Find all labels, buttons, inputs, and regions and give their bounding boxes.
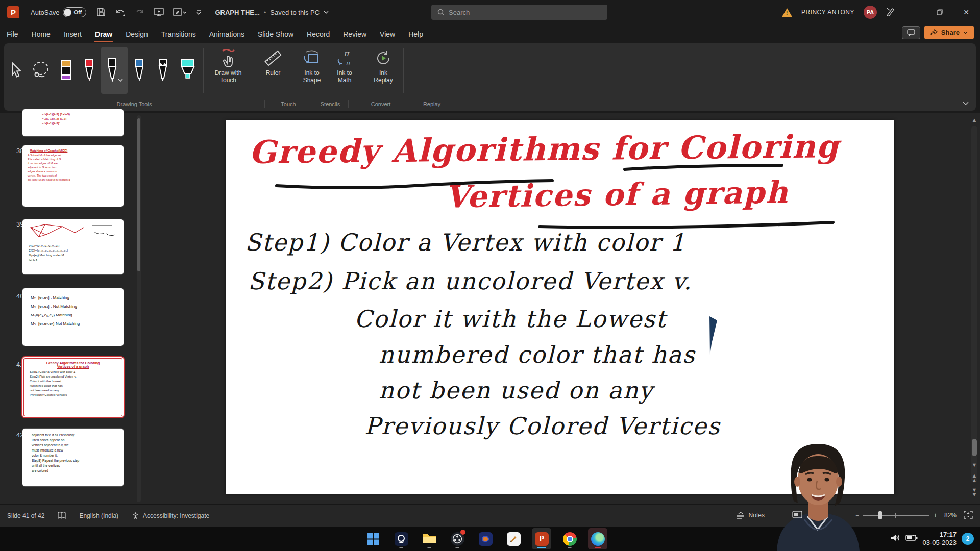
customize-quick-access-icon[interactable] [195,9,202,16]
obs-studio-icon[interactable] [448,528,467,549]
start-button[interactable] [363,528,383,549]
select-tool[interactable] [4,47,28,94]
clock[interactable]: 17:17 03-05-2023 [923,531,957,547]
tab-transitions[interactable]: Transitions [155,24,203,43]
group-label-drawing-tools: Drawing Tools [4,101,264,107]
slide-indicator[interactable]: Slide 41 of 42 [7,512,44,519]
pen-black-icon [106,58,123,83]
svg-text:π: π [346,59,351,67]
camera-app-icon[interactable] [391,528,411,549]
save-icon[interactable] [96,8,106,17]
pen-black-tool-selected[interactable] [101,47,128,94]
close-button[interactable]: ✕ [958,4,975,21]
tab-help[interactable]: Help [402,24,430,43]
search-placeholder: Search [449,9,470,16]
pen-blue-tool[interactable] [128,47,151,94]
touch-mouse-mode-icon[interactable] [173,8,186,17]
zoom-level[interactable]: 82% [944,512,957,519]
display-settings-icon[interactable] [792,511,802,520]
zoom-out-icon[interactable]: − [855,512,859,519]
notes-button[interactable]: Notes [736,512,765,519]
tab-record[interactable]: Record [300,24,336,43]
ribbon-draw: Draw with Touch Ruler Ink to Shape ππ In… [4,43,976,111]
ribbon-tabs: File Home Insert Draw Design Transitions… [0,24,980,43]
volume-icon[interactable] [890,533,900,544]
highlighter-cyan-icon [179,59,197,82]
whiteboard-app-icon[interactable] [504,528,523,549]
thumbnail-scrollbar[interactable] [137,115,141,502]
zoom-slider[interactable]: − + [855,512,937,519]
search-input[interactable]: Search [431,5,607,20]
maximize-button[interactable] [931,4,948,21]
next-slide-icon[interactable]: ▼▼ [971,488,978,497]
powerpoint-app-icon[interactable]: P [7,6,19,18]
tab-draw[interactable]: Draw [88,24,119,43]
fit-slide-to-window-icon[interactable] [964,511,973,520]
tab-insert[interactable]: Insert [57,24,88,43]
proofing-icon[interactable] [58,512,66,519]
lasso-select-tool[interactable] [28,47,54,94]
scroll-down-icon[interactable]: ▼ [971,461,978,468]
eraser-tool[interactable] [54,47,78,94]
thumbnail-slide-39[interactable]: V(G)={v₁,v₂,v₃,v₄,v₅,v₆} E(G)={e₁,e₂,e₃,… [22,219,124,274]
share-button[interactable]: Share [924,26,974,39]
tab-slide-show[interactable]: Slide Show [251,24,300,43]
comments-button[interactable] [902,26,920,39]
slide-title-line2: Vertices of a graph [445,174,789,214]
avatar[interactable]: PA [864,6,877,19]
document-title[interactable]: GRAPH THE... • Saved to this PC [215,9,329,16]
thumbnail-slide-38[interactable]: Matching of Graphs(M⊆E) A Subset M of th… [22,145,124,207]
edge-icon[interactable] [588,528,607,549]
ink-pen-pointer-icon[interactable] [886,7,895,18]
ink-to-shape-button[interactable]: Ink to Shape [296,46,328,95]
pen-red-tool[interactable] [78,47,101,94]
language-indicator[interactable]: English (India) [79,512,118,519]
warning-icon[interactable]: ! [782,8,792,17]
ink-to-math-button[interactable]: ππ Ink to Math [328,46,361,95]
tab-file[interactable]: File [0,24,25,43]
tray-date: 03-05-2023 [923,539,957,547]
canvas-scrollbar[interactable]: ▲ ▼ ▲▲ ▼▼ [970,113,979,504]
collapse-ribbon-icon[interactable] [963,98,969,108]
windows-logo-icon [367,533,380,545]
thumbnail-slide-37-partial[interactable]: = λ(λ-1)(λ-2) (1+λ-3) = λ(λ-1)(λ-2) (λ-2… [22,109,124,136]
chrome-icon[interactable] [560,528,579,549]
pencil-tool[interactable] [151,47,175,94]
undo-icon[interactable] [115,8,126,17]
user-name[interactable]: PRINCY ANTONY [801,9,854,16]
minimize-button[interactable]: — [904,4,922,21]
thumbnail-slide-42[interactable]: adjacent to v. if all Previously used co… [22,429,124,486]
start-presentation-icon[interactable] [154,8,164,17]
zoom-in-icon[interactable]: + [934,512,937,519]
zoom-knob[interactable] [878,511,882,519]
powerpoint-taskbar-icon[interactable]: P [532,528,551,549]
accessibility-status[interactable]: Accessibility: Investigate [132,512,209,519]
autosave-label: AutoSave [31,9,59,16]
previous-slide-icon[interactable]: ▲▲ [971,473,978,483]
battery-icon[interactable] [905,534,918,543]
tab-design[interactable]: Design [119,24,155,43]
tab-home[interactable]: Home [25,24,57,43]
ruler-button[interactable]: Ruler [255,46,291,95]
share-icon [930,29,938,36]
tab-review[interactable]: Review [336,24,373,43]
tab-animations[interactable]: Animations [203,24,251,43]
redo-icon[interactable] [135,8,144,17]
file-explorer-icon[interactable] [420,528,439,549]
graph-sketch [27,221,124,244]
tab-view[interactable]: View [373,24,402,43]
meeting-app-icon[interactable] [476,528,495,549]
autosave-switch[interactable]: Off [63,7,86,17]
highlighter-tool[interactable] [175,47,201,94]
scroll-up-icon[interactable]: ▲ [971,116,978,123]
scrollbar-thumb[interactable] [972,439,977,456]
slide-body-line: Step2) Pick an uncolored Vertex v. [248,267,692,295]
thumbnail-slide-41-selected[interactable]: Greedy Algorithms for Coloring Vertices … [22,357,124,417]
ink-replay-button[interactable]: Ink Replay [365,46,401,95]
draw-with-touch-button[interactable]: Draw with Touch [206,46,251,95]
save-status[interactable]: Saved to this PC [270,9,320,16]
notification-badge[interactable]: 2 [962,533,974,545]
autosave-toggle[interactable]: AutoSave Off [31,7,86,17]
titlebar-right: ! PRINCY ANTONY PA — ✕ [782,0,980,24]
thumbnail-slide-40[interactable]: M₂={e₁,e₅} : Matching M₃={e₁,e₄} : Not M… [22,288,124,346]
